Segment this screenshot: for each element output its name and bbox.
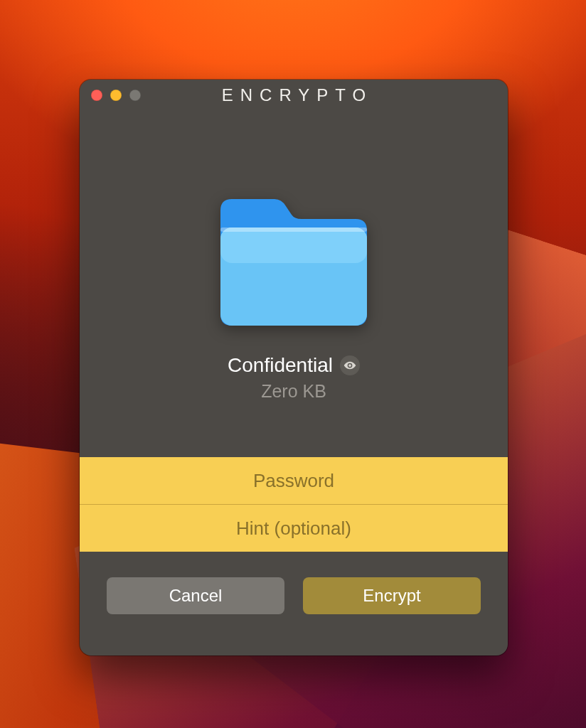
titlebar: ENCRYPTO bbox=[80, 80, 508, 112]
folder-icon bbox=[212, 189, 375, 331]
hint-input[interactable] bbox=[100, 517, 488, 540]
file-info-line: Confidential bbox=[228, 354, 360, 377]
cancel-button[interactable]: Cancel bbox=[107, 577, 284, 614]
file-size: Zero KB bbox=[261, 381, 326, 402]
hint-row bbox=[80, 504, 508, 552]
svg-rect-2 bbox=[220, 228, 367, 232]
app-title: ENCRYPTO bbox=[80, 85, 508, 105]
reveal-button[interactable] bbox=[340, 355, 360, 375]
eye-icon bbox=[343, 359, 356, 372]
password-input[interactable] bbox=[100, 469, 488, 493]
encrypt-button[interactable]: Encrypt bbox=[303, 577, 481, 614]
action-buttons: Cancel Encrypt bbox=[80, 552, 508, 638]
credentials-panel bbox=[80, 457, 508, 552]
file-name: Confidential bbox=[228, 354, 333, 377]
desktop-background: ENCRYPTO Confidential bbox=[0, 0, 586, 728]
svg-rect-1 bbox=[220, 228, 367, 263]
password-row bbox=[80, 457, 508, 504]
encrypto-window: ENCRYPTO Confidential bbox=[80, 80, 508, 655]
